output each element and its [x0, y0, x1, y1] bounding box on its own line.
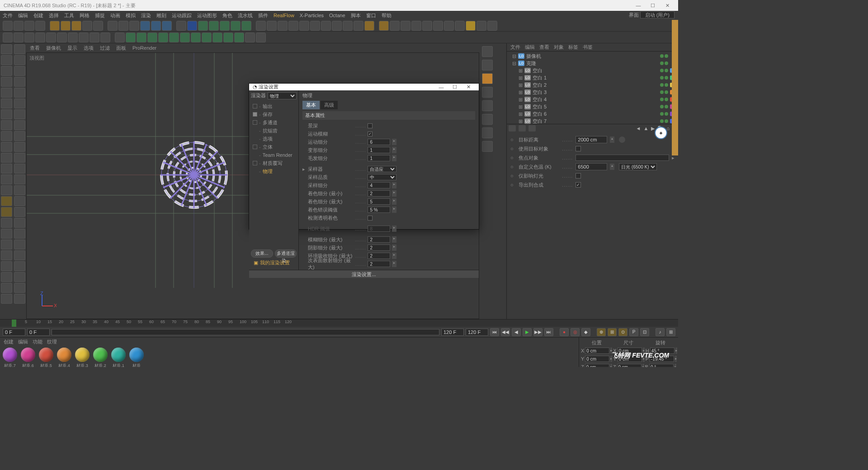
left-tool-lcol2-23[interactable]	[14, 294, 25, 304]
menu-RealFlow[interactable]: RealFlow	[274, 13, 294, 18]
toolbar2-button-1[interactable]	[14, 33, 24, 42]
toolbar2-button-15[interactable]	[169, 33, 179, 42]
toolbar-button-5[interactable]	[61, 21, 71, 31]
dialog-titlebar[interactable]: ◔ 渲染设置 — ☐ ✕	[249, 84, 479, 90]
step-fwd-button[interactable]: ▶▶	[533, 328, 542, 336]
render-category-输出[interactable]: -输出	[251, 102, 297, 110]
toolbar-button-13[interactable]	[151, 21, 161, 31]
toolbar2-button-11[interactable]	[126, 33, 136, 42]
material-item[interactable]: 材质	[128, 348, 145, 367]
obj-tab-对象[interactable]: 对象	[554, 44, 564, 51]
left-tool-lcol1-14[interactable]	[1, 196, 12, 206]
menu-捕捉[interactable]: 捕捉	[95, 12, 105, 19]
left-tool-lcol2-14[interactable]	[14, 196, 25, 206]
left-tool-lcol2-3[interactable]	[14, 77, 25, 87]
left-tool-lcol1-7[interactable]	[1, 120, 12, 130]
toolbar2-button-6[interactable]	[68, 33, 78, 42]
toolbar-button-40[interactable]	[455, 21, 465, 31]
left-tool-lcol1-4[interactable]	[1, 88, 12, 98]
toolbar2-button-0[interactable]	[3, 33, 13, 42]
key-scale-button[interactable]: ⊞	[608, 328, 617, 336]
toolbar-button-28[interactable]	[321, 21, 331, 31]
menu-流水线[interactable]: 流水线	[238, 12, 253, 19]
prop-checkbox[interactable]	[368, 216, 373, 221]
target-icon[interactable]	[619, 136, 625, 143]
menu-角色[interactable]: 角色	[222, 12, 232, 19]
left-tool-lcol2-2[interactable]	[14, 66, 25, 76]
dialog-close-button[interactable]: ✕	[462, 84, 475, 90]
toolbar2-button-14[interactable]	[158, 33, 168, 42]
play-button[interactable]: ▶	[523, 328, 532, 336]
menu-选择[interactable]: 选择	[49, 12, 59, 19]
toolbar-button-38[interactable]	[433, 21, 443, 31]
goto-end-button[interactable]: ⏭	[544, 328, 553, 336]
toolbar2-button-17[interactable]	[191, 33, 201, 42]
obj-tab-书签[interactable]: 书签	[583, 44, 593, 51]
pos-Y[interactable]	[585, 356, 609, 362]
render-category-材质覆写[interactable]: -材质覆写	[251, 159, 297, 167]
view-mode-0[interactable]	[482, 46, 493, 57]
toolbar-button-25[interactable]	[288, 21, 298, 31]
current-frame-field[interactable]	[27, 329, 50, 336]
material-item[interactable]: 材质.4	[56, 348, 72, 367]
menu-网格[interactable]: 网格	[80, 12, 90, 19]
toolbar-button-7[interactable]	[82, 21, 92, 31]
range-start-field[interactable]	[3, 329, 25, 336]
key-pla-button[interactable]: ⊡	[640, 328, 649, 336]
range-end2-field[interactable]	[466, 329, 488, 336]
edit-icon[interactable]	[519, 125, 526, 132]
render-category-物理[interactable]: -物理	[251, 167, 297, 175]
nav-up-icon[interactable]: ▲	[643, 126, 648, 131]
obj-tab-标签[interactable]: 标签	[568, 44, 578, 51]
effects-button[interactable]: 效果...	[251, 249, 273, 258]
prop-checkbox[interactable]	[368, 132, 373, 136]
obj-tab-查看[interactable]: 查看	[539, 44, 549, 51]
toolbar-button-3[interactable]	[35, 21, 45, 31]
attr-checkbox[interactable]	[576, 173, 581, 179]
left-tool-lcol2-0[interactable]	[14, 44, 25, 54]
key-button[interactable]: ◆	[581, 328, 590, 336]
menu-帮助[interactable]: 帮助	[382, 12, 392, 19]
toolbar-button-18[interactable]	[209, 21, 219, 31]
dialog-tab-高级[interactable]: 高级	[321, 101, 338, 109]
viewport-menu-ProRender[interactable]: ProRender	[132, 45, 156, 51]
menu-雕刻[interactable]: 雕刻	[156, 12, 166, 19]
viewport-menu-摄像机[interactable]: 摄像机	[46, 45, 61, 52]
toolbar2-button-16[interactable]	[180, 33, 190, 42]
key-pos-button[interactable]: ⊕	[597, 328, 606, 336]
prop-input[interactable]	[368, 244, 390, 251]
prop-select[interactable]: 中	[368, 174, 396, 180]
attr-checkbox[interactable]	[576, 182, 581, 188]
user-icon[interactable]	[528, 125, 536, 132]
dialog-maximize-button[interactable]: ☐	[448, 84, 462, 90]
toolbar-button-26[interactable]	[299, 21, 309, 31]
category-checkbox[interactable]	[253, 104, 257, 108]
tree-row[interactable]: ⊟L0克隆	[509, 60, 676, 67]
toolbar2-button-8[interactable]	[90, 33, 99, 42]
left-tool-lcol1-9[interactable]	[1, 142, 12, 152]
marker-button[interactable]: ⊞	[666, 328, 675, 336]
attr-input[interactable]	[576, 163, 607, 170]
render-category-抗锯齿[interactable]: -抗锯齿	[251, 127, 297, 135]
view-mode-1[interactable]	[482, 60, 493, 70]
play-back-button[interactable]: ◀	[512, 328, 521, 336]
step-back-button[interactable]: ◀◀	[501, 328, 510, 336]
viewport-menu-显示[interactable]: 显示	[67, 45, 77, 52]
toolbar2-button-22[interactable]	[245, 33, 255, 42]
toolbar-button-19[interactable]	[220, 21, 230, 31]
menu-脚本[interactable]: 脚本	[351, 12, 361, 19]
maximize-button[interactable]: ☐	[646, 3, 660, 9]
left-tool-lcol2-5[interactable]	[14, 99, 25, 108]
view-mode-3[interactable]	[482, 87, 493, 98]
left-tool-lcol2-17[interactable]	[14, 229, 25, 239]
toolbar2-button-7[interactable]	[79, 33, 89, 42]
left-tool-lcol2-16[interactable]	[14, 218, 25, 228]
left-tool-lcol1-20[interactable]	[1, 261, 12, 271]
category-checkbox[interactable]	[253, 112, 257, 117]
toolbar-button-22[interactable]	[256, 21, 266, 31]
left-tool-lcol2-12[interactable]	[14, 174, 25, 184]
material-item[interactable]: 材质.2	[92, 348, 108, 367]
viewport-menu-过滤[interactable]: 过滤	[100, 45, 110, 52]
left-tool-lcol2-18[interactable]	[14, 240, 25, 249]
category-checkbox[interactable]	[253, 161, 257, 165]
